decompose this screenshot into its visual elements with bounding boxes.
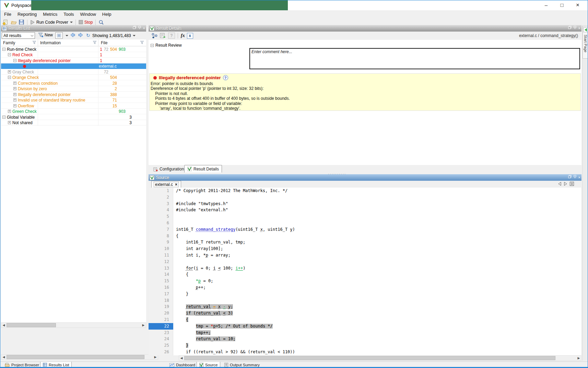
pin-panel-icon[interactable]	[574, 26, 576, 31]
new-project-icon[interactable]	[3, 20, 9, 25]
source-code-line[interactable]: 13 for(i = 0; i < 100; i++)	[149, 265, 581, 272]
scroll-left-arrow[interactable]: ◀	[1, 355, 6, 359]
results-tree-row[interactable]: +Green Check903	[1, 109, 146, 115]
column-information[interactable]: Information	[40, 40, 61, 45]
source-code-line[interactable]: 6	[149, 220, 581, 226]
source-code-line[interactable]: 26 if ((return_val > 92) && (return_val …	[149, 349, 581, 355]
maximize-button[interactable]: □	[554, 0, 570, 10]
menu-help[interactable]: Help	[99, 11, 115, 18]
scroll-right-arrow[interactable]: ▶	[153, 355, 158, 359]
collapse-icon[interactable]: −	[151, 44, 154, 47]
tab-list-icon[interactable]	[570, 182, 574, 186]
previous-result-arrow[interactable]	[70, 32, 75, 38]
source-code-line[interactable]: 2	[149, 194, 581, 201]
source-code-line[interactable]: 24 return_val = 10;	[149, 336, 581, 342]
comment-input[interactable]: Enter comment here...	[249, 48, 580, 69]
source-code-line[interactable]: 25 }	[149, 342, 581, 349]
review-scope-icon[interactable]	[160, 33, 166, 38]
layout-options-button[interactable]	[55, 32, 63, 39]
left-dock-hscrollbar[interactable]: ◀ ▶	[1, 354, 158, 360]
refresh-icon[interactable]: ↻	[86, 33, 90, 38]
expand-icon[interactable]: +	[8, 70, 11, 73]
results-tree-row[interactable]: external.c	[1, 63, 146, 69]
collapse-icon[interactable]: −	[8, 53, 11, 56]
scroll-left-arrow[interactable]: ◀	[179, 356, 184, 360]
run-dropdown-caret[interactable]	[70, 22, 73, 23]
call-hierarchy-icon[interactable]	[152, 33, 158, 39]
expand-icon[interactable]: +	[13, 82, 16, 85]
tab-external-c[interactable]: external.c ×	[151, 181, 181, 188]
collapse-icon[interactable]: −	[8, 76, 11, 79]
column-family[interactable]: Family	[3, 40, 15, 45]
tab-configuration[interactable]: Configuration	[151, 166, 187, 173]
menu-reporting[interactable]: Reporting	[14, 11, 40, 18]
results-tree-row[interactable]: +Gray Check72	[1, 69, 146, 75]
open-project-icon[interactable]	[11, 20, 17, 25]
expand-icon[interactable]: +	[13, 98, 16, 102]
minimize-button[interactable]: –	[538, 0, 554, 10]
close-panel-icon[interactable]: ×	[578, 26, 580, 31]
close-tab-icon[interactable]: ×	[175, 182, 177, 187]
results-tree-row[interactable]: +Overflow15	[1, 103, 146, 109]
results-tree-row[interactable]: −Global Variable3	[1, 114, 146, 120]
close-panel-icon[interactable]: ×	[578, 175, 580, 180]
source-code-line[interactable]: 23 tmp++;	[149, 330, 581, 336]
source-code-line[interactable]: 5	[149, 213, 581, 220]
save-icon[interactable]	[19, 20, 24, 25]
source-code-line[interactable]: 18	[149, 297, 581, 304]
stop-button[interactable]: Stop	[79, 20, 93, 25]
results-list-hscrollbar[interactable]: ◀ ▶	[1, 322, 146, 328]
family-filter-icon[interactable]	[33, 41, 36, 45]
source-code-line[interactable]: 17 }	[149, 291, 581, 297]
source-code-line[interactable]: 4#include "external.h"	[149, 207, 581, 213]
source-code-line[interactable]: 16 p++;	[149, 284, 581, 291]
results-tree-row[interactable]: −Red Check1	[1, 52, 146, 58]
result-review-section[interactable]: − Result Review	[151, 43, 182, 48]
pin-panel-icon[interactable]	[138, 26, 141, 31]
source-code-line[interactable]: 9 int16_T return_val, tmp;	[149, 239, 581, 246]
scroll-right-arrow[interactable]: ▶	[576, 356, 581, 360]
showing-count[interactable]: Showing 1,483/1,483	[92, 33, 136, 38]
file-filter-icon[interactable]	[140, 41, 144, 45]
menu-tools[interactable]: Tools	[60, 11, 77, 18]
tab-result-details[interactable]: Result Details	[184, 165, 222, 173]
source-code-line[interactable]: 1/* Copyright 2011-2012 The MathWorks, I…	[149, 188, 581, 194]
search-icon[interactable]	[98, 20, 104, 25]
scrollbar-thumb[interactable]	[7, 355, 144, 359]
tab-scroll-left-icon[interactable]	[558, 182, 561, 186]
collapse-icon[interactable]: −	[13, 59, 16, 62]
results-filter-select[interactable]: All results	[2, 32, 35, 39]
source-code-line[interactable]: 22 tmp = *p+5; /* Out of bounds */	[149, 323, 581, 330]
source-code-view[interactable]: 1/* Copyright 2011-2012 The MathWorks, I…	[149, 188, 581, 355]
menu-window[interactable]: Window	[77, 11, 99, 18]
pin-panel-icon[interactable]	[574, 175, 576, 180]
source-code-line[interactable]: 8{	[149, 233, 581, 239]
expand-icon[interactable]: +	[8, 121, 11, 124]
scroll-right-arrow[interactable]: ▶	[141, 323, 146, 328]
source-code-line[interactable]: 20 if (return_val < 3)	[149, 310, 581, 317]
source-code-line[interactable]: 21 {	[149, 317, 581, 323]
results-tree-row[interactable]: +Division by zero2	[1, 86, 146, 92]
expand-icon[interactable]: +	[13, 104, 16, 107]
tab-start-page[interactable]: Start Page	[583, 26, 588, 59]
collapse-icon[interactable]: −	[2, 116, 5, 119]
run-button[interactable]: Run Code Prover	[30, 20, 73, 25]
close-button[interactable]: ×	[570, 0, 586, 10]
source-code-line[interactable]: 11 int i, *p = array;	[149, 252, 581, 259]
expand-icon[interactable]: +	[13, 87, 16, 90]
information-filter-icon[interactable]	[93, 41, 97, 45]
results-tree-row[interactable]: −Run-time Check172504903	[1, 46, 146, 52]
source-code-line[interactable]: 7int16_T command_strategy(uint16_T x, ui…	[149, 226, 581, 233]
source-code-line[interactable]: 14 {	[149, 271, 581, 278]
scroll-left-arrow[interactable]: ◀	[1, 323, 6, 328]
expand-icon[interactable]: +	[13, 93, 16, 96]
results-tree-row[interactable]: −Illegally dereferenced pointer1	[1, 58, 146, 63]
float-panel-icon[interactable]	[133, 26, 136, 31]
column-file[interactable]: File	[101, 40, 107, 45]
scrollbar-thumb[interactable]	[184, 356, 555, 360]
layout-options-caret[interactable]	[66, 35, 68, 36]
menu-file[interactable]: File	[1, 11, 14, 18]
source-code-line[interactable]: 15 *p = 0;	[149, 278, 581, 284]
results-tree-row[interactable]: +Correctness condition28	[1, 80, 146, 86]
source-code-line[interactable]: 3#include "tmwtypes.h"	[149, 201, 581, 207]
